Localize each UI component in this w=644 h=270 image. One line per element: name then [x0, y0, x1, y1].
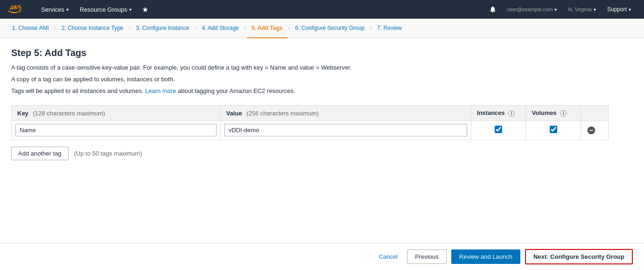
value-cell — [220, 121, 471, 140]
volumes-checkbox[interactable] — [550, 126, 557, 133]
key-cell — [12, 121, 221, 140]
page-title: Step 5: Add Tags — [11, 48, 633, 58]
tag-rows — [12, 121, 609, 140]
top-nav: Services ▾ Resource Groups ▾ ★ user@exam… — [0, 0, 644, 19]
delete-header — [581, 106, 609, 121]
notifications-bell[interactable] — [484, 0, 501, 19]
aws-logo — [7, 4, 26, 15]
main-content: Step 5: Add Tags A tag consists of a cas… — [0, 38, 644, 207]
support-chevron: ▾ — [629, 7, 631, 12]
region-nav[interactable]: N. Virginia ▾ — [562, 0, 602, 19]
instances-info-icon[interactable]: i — [508, 110, 515, 117]
delete-cell — [581, 121, 609, 140]
resource-groups-nav[interactable]: Resource Groups ▾ — [74, 0, 137, 19]
desc-2: A copy of a tag can be applied to volume… — [11, 75, 633, 85]
desc-1: A tag consists of a case-sensitive key-v… — [11, 63, 633, 73]
instances-checkbox[interactable] — [495, 126, 502, 133]
tag-table: Key (128 characters maximum) Value (256 … — [11, 105, 609, 140]
step-2[interactable]: 2. Choose Instance Type — [57, 19, 128, 38]
step-5[interactable]: 5. Add Tags — [247, 19, 287, 38]
volumes-header: Volumes i — [526, 106, 581, 121]
learn-more-link[interactable]: Learn more — [145, 87, 176, 94]
delete-row-button[interactable] — [585, 124, 598, 137]
step-3[interactable]: 3. Configure Instance — [131, 19, 194, 38]
step-7[interactable]: 7. Review — [372, 19, 406, 38]
step-1[interactable]: 1. Choose AMI — [7, 19, 54, 38]
resource-groups-chevron: ▾ — [129, 7, 132, 12]
key-header: Key (128 characters maximum) — [12, 106, 221, 121]
services-nav[interactable]: Services ▾ — [35, 0, 74, 19]
desc-3: Tags will be applied to all instances an… — [11, 86, 633, 96]
step-6[interactable]: 6. Configure Security Group — [291, 19, 370, 38]
step-4[interactable]: 4. Add Storage — [197, 19, 243, 38]
value-header: Value (256 characters maximum) — [220, 106, 471, 121]
value-input[interactable] — [224, 124, 467, 136]
support-nav[interactable]: Support ▾ — [602, 0, 637, 19]
instances-header: Instances i — [471, 106, 526, 121]
table-header-row: Key (128 characters maximum) Value (256 … — [12, 106, 609, 121]
key-input[interactable] — [15, 124, 217, 136]
nav-right: user@example.com ▾ N. Virginia ▾ Support… — [484, 0, 637, 19]
add-tag-hint: (Up to 50 tags maximum) — [74, 150, 142, 157]
account-nav[interactable]: user@example.com ▾ — [501, 0, 562, 19]
favorites-star[interactable]: ★ — [137, 0, 153, 19]
services-chevron: ▾ — [66, 7, 69, 12]
add-tag-area: Add another tag (Up to 50 tags maximum) — [11, 147, 633, 160]
steps-bar: 1. Choose AMI > 2. Choose Instance Type … — [0, 19, 644, 38]
volumes-info-icon[interactable]: i — [560, 110, 567, 117]
instances-cell — [471, 121, 526, 140]
add-another-tag-button[interactable]: Add another tag — [11, 147, 69, 160]
table-row — [12, 121, 609, 140]
volumes-cell — [526, 121, 581, 140]
